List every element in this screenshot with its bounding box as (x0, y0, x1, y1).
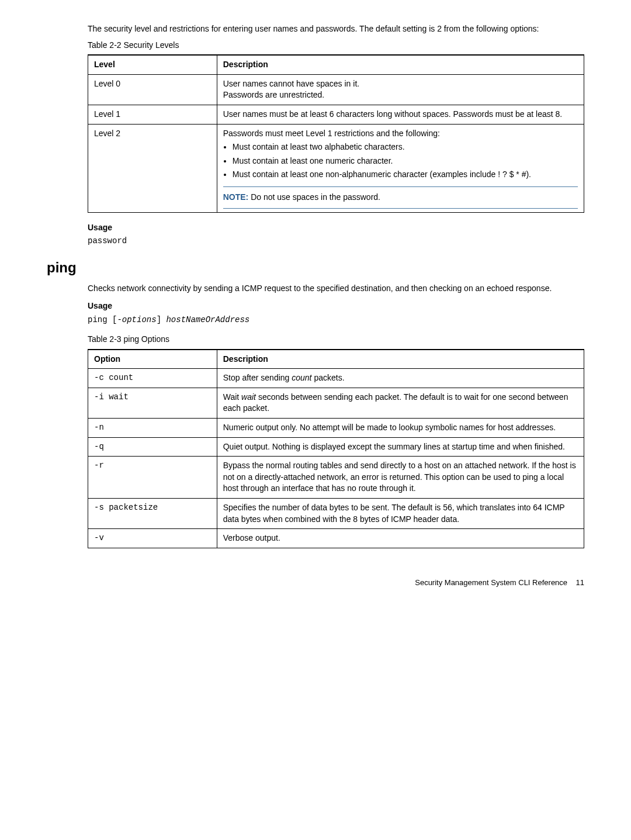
opt-r-desc: Bypass the normal routing tables and sen… (217, 457, 584, 499)
note-text: Do not use spaces in the password. (248, 192, 380, 202)
note-label: NOTE: (223, 192, 249, 202)
opt-c-count-desc: Stop after sending count packets. (217, 369, 584, 388)
opt-v-desc: Verbose output. (217, 529, 584, 548)
table-row: Level 2 Passwords must meet Level 1 rest… (88, 124, 584, 212)
header-level: Level (88, 55, 217, 74)
opt-q: -q (88, 437, 217, 457)
opt-i-wait: -i wait (88, 388, 217, 418)
cell-level-2: Level 2 (88, 124, 217, 212)
usage-heading: Usage (88, 222, 584, 234)
opt-c-count: -c count (88, 369, 217, 388)
page-footer: Security Management System CLI Reference… (47, 578, 584, 588)
header-description: Description (217, 55, 584, 74)
usage-code: password (88, 236, 584, 247)
table-2-3-caption: Table 2-3 ping Options (88, 334, 584, 345)
opt-r: -r (88, 457, 217, 499)
note-box: NOTE: Do not use spaces in the password. (223, 186, 578, 209)
table-row: -r Bypass the normal routing tables and … (88, 457, 584, 499)
opt-q-desc: Quiet output. Nothing is displayed excep… (217, 437, 584, 457)
table-row: Level 0 User names cannot have spaces in… (88, 74, 584, 105)
table-row: Level 1 User names must be at least 6 ch… (88, 105, 584, 124)
text: Passwords are unrestricted. (223, 90, 325, 99)
footer-text: Security Management System CLI Reference (415, 578, 567, 587)
text: Stop after sending (223, 373, 292, 382)
table-row: -q Quiet output. Nothing is displayed ex… (88, 437, 584, 457)
cell-level-2-desc: Passwords must meet Level 1 restrictions… (217, 124, 584, 212)
text: Wait (223, 392, 241, 402)
list-item: Must contain at least one non-alphanumer… (233, 169, 578, 181)
code-host: hostNameOrAddress (166, 315, 249, 324)
table-row: -s packetsize Specifies the number of da… (88, 499, 584, 529)
code-text: ] (157, 315, 167, 324)
opt-s-packetsize: -s packetsize (88, 499, 217, 529)
opt-n: -n (88, 419, 217, 438)
cell-level-0-desc: User names cannot have spaces in it. Pas… (217, 74, 584, 105)
opt-n-desc: Numeric output only. No attempt will be … (217, 419, 584, 438)
header-option: Option (88, 350, 217, 369)
cell-level-1: Level 1 (88, 105, 217, 124)
list-item: Must contain at least one numeric charac… (233, 155, 578, 167)
intro-paragraph: The security level and restrictions for … (88, 23, 584, 35)
table-header-row: Option Description (88, 350, 584, 369)
table-row: -c count Stop after sending count packet… (88, 369, 584, 388)
table-row: -i wait Wait wait seconds between sendin… (88, 388, 584, 418)
ping-description: Checks network connectivity by sending a… (88, 283, 584, 295)
text-em: count (292, 373, 311, 382)
text: Passwords must meet Level 1 restrictions… (223, 129, 440, 138)
header-description: Description (217, 350, 584, 369)
security-levels-table: Level Description Level 0 User names can… (88, 54, 584, 212)
ping-heading: ping (47, 258, 584, 278)
cell-level-0: Level 0 (88, 74, 217, 105)
text: packets. (312, 373, 345, 382)
list-item: Must contain at least two alphabetic cha… (233, 141, 578, 153)
table-row: -v Verbose output. (88, 529, 584, 548)
table-2-2-caption: Table 2-2 Security Levels (88, 40, 584, 51)
ping-options-table: Option Description -c count Stop after s… (88, 349, 584, 548)
table-header-row: Level Description (88, 55, 584, 74)
opt-i-wait-desc: Wait wait seconds between sending each p… (217, 388, 584, 418)
text: seconds between sending each packet. The… (223, 392, 568, 413)
table-row: -n Numeric output only. No attempt will … (88, 419, 584, 438)
code-text: ping [- (88, 315, 122, 324)
opt-v: -v (88, 529, 217, 548)
usage-heading: Usage (88, 300, 584, 312)
text-em: wait (241, 392, 256, 402)
bullet-list: Must contain at least two alphabetic cha… (224, 141, 578, 181)
cell-level-1-desc: User names must be at least 6 characters… (217, 105, 584, 124)
text: User names cannot have spaces in it. (223, 79, 359, 88)
code-options: options (122, 315, 157, 324)
opt-s-packetsize-desc: Specifies the number of data bytes to be… (217, 499, 584, 529)
ping-usage-code: ping [-options] hostNameOrAddress (88, 314, 584, 326)
page-number: 11 (576, 578, 584, 587)
